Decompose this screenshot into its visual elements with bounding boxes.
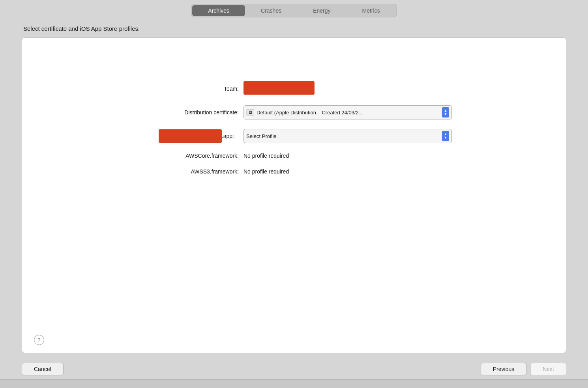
awss3-value: No profile required	[243, 168, 452, 175]
awss3-no-profile: No profile required	[243, 168, 289, 175]
distribution-row: Distribution certificate: 🖼 Default (App…	[136, 105, 452, 119]
previous-button[interactable]: Previous	[481, 363, 526, 375]
distribution-label: Distribution certificate:	[136, 109, 239, 116]
help-button[interactable]: ?	[34, 335, 44, 345]
tab-crashes[interactable]: Crashes	[245, 5, 297, 16]
team-label: Team:	[136, 86, 239, 92]
next-button[interactable]: Next	[530, 363, 566, 375]
footer-right: Previous Next	[481, 363, 566, 375]
awss3-label: AWSS3.framework:	[136, 168, 239, 175]
team-redacted	[243, 81, 315, 95]
awscore-row: AWSCore.framework: No profile required	[136, 153, 452, 159]
distribution-value[interactable]: 🖼 Default (Apple Distribution – Created …	[243, 105, 452, 119]
certificate-icon: 🖼	[246, 109, 254, 116]
profile-dropdown[interactable]: Select Profile ▲ ▼	[243, 129, 452, 143]
awscore-value: No profile required	[243, 153, 452, 159]
footer-left: Cancel	[22, 363, 64, 375]
section-title: Select certificate and iOS App Store pro…	[22, 25, 566, 32]
awscore-no-profile: No profile required	[243, 153, 289, 159]
chevron-down-icon-2: ▼	[444, 136, 448, 140]
profile-dropdown-area: Select Profile ▲ ▼	[239, 129, 452, 143]
tab-bar-wrapper: Archives Crashes Energy Metrics	[0, 0, 588, 17]
tab-archives[interactable]: Archives	[192, 5, 245, 16]
awscore-label: AWSCore.framework:	[136, 153, 239, 159]
tab-bar: Archives Crashes Energy Metrics	[191, 4, 397, 17]
tab-metrics[interactable]: Metrics	[346, 5, 396, 16]
team-value	[243, 81, 452, 96]
distribution-dropdown[interactable]: 🖼 Default (Apple Distribution – Created …	[243, 105, 452, 119]
content-panel: Team: Distribution certificate: 🖼 Defaul…	[22, 37, 566, 353]
profile-dropdown-arrows[interactable]: ▲ ▼	[442, 131, 449, 141]
distribution-dropdown-arrows[interactable]: ▲ ▼	[442, 107, 449, 118]
app-name-redacted	[159, 129, 222, 143]
app-name-area: .app:	[136, 129, 239, 143]
cancel-button[interactable]: Cancel	[22, 363, 64, 375]
app-suffix: .app:	[222, 133, 234, 139]
chevron-down-icon: ▼	[444, 112, 448, 116]
main-content: Select certificate and iOS App Store pro…	[22, 17, 566, 357]
form-area: Team: Distribution certificate: 🖼 Defaul…	[38, 81, 550, 175]
status-bar	[0, 379, 588, 388]
profile-dropdown-text: Select Profile	[246, 133, 440, 139]
app-profile-row: .app: Select Profile ▲ ▼	[136, 129, 452, 143]
awss3-row: AWSS3.framework: No profile required	[136, 168, 452, 175]
team-row: Team:	[136, 81, 452, 96]
tab-energy[interactable]: Energy	[297, 5, 346, 16]
footer: Cancel Previous Next	[22, 357, 566, 379]
distribution-dropdown-text: Default (Apple Distribution – Created 24…	[257, 110, 440, 116]
